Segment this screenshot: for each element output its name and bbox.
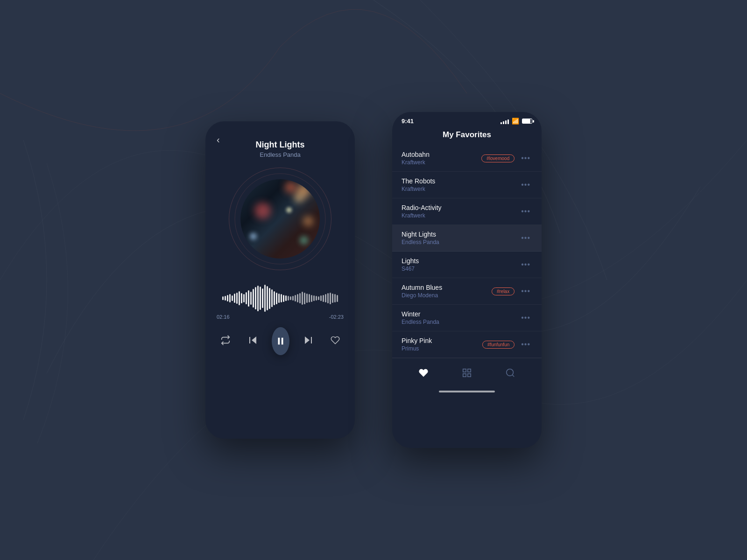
- song-tag-5: #relax: [492, 287, 514, 295]
- wave-bar-14: [255, 287, 256, 309]
- wave-bar-10: [246, 292, 247, 304]
- wave-bar-18: [264, 285, 266, 312]
- wave-bar-47: [332, 294, 333, 303]
- song-item-0[interactable]: AutobahnKraftwerk#lovemood•••: [392, 145, 542, 172]
- song-artist-0: Kraftwerk: [402, 159, 481, 166]
- time-row: 02:16 -02:23: [217, 314, 344, 320]
- track-title: Night Lights: [256, 140, 305, 150]
- wave-bar-1: [225, 296, 226, 301]
- battery-icon: [522, 119, 532, 124]
- wave-bar-21: [271, 289, 273, 307]
- song-name-6: Winter: [402, 310, 519, 318]
- wave-bar-25: [281, 294, 282, 302]
- svg-marker-4: [305, 336, 310, 344]
- favorites-phone: 9:41 📶 My Favorites AutobahnKraftwerk#lo…: [392, 112, 542, 448]
- more-button-1[interactable]: •••: [519, 179, 532, 191]
- svg-rect-9: [468, 374, 471, 377]
- wave-bar-22: [274, 291, 275, 305]
- wave-bar-20: [269, 288, 270, 309]
- wave-bar-2: [227, 295, 228, 301]
- bokeh-6: [303, 217, 313, 226]
- next-button[interactable]: [299, 331, 317, 352]
- wave-bar-29: [290, 296, 291, 300]
- svg-rect-3: [282, 338, 283, 345]
- wave-bar-49: [337, 295, 338, 302]
- song-item-2[interactable]: Radio-ActivityKraftwerk•••: [392, 198, 542, 225]
- song-artist-4: S467: [402, 266, 519, 272]
- status-icons: 📶: [500, 118, 532, 125]
- song-name-1: The Robots: [402, 177, 519, 185]
- repeat-button[interactable]: [217, 331, 234, 351]
- wave-bar-9: [243, 294, 245, 302]
- song-artist-1: Kraftwerk: [402, 186, 519, 192]
- more-button-4[interactable]: •••: [519, 259, 532, 271]
- bokeh-4: [250, 233, 257, 240]
- song-name-3: Night Lights: [402, 231, 519, 238]
- phones-container: ‹ Night Lights Endless Panda: [205, 112, 542, 448]
- song-artist-5: Diego Modena: [402, 292, 492, 299]
- song-artist-7: Primus: [402, 345, 482, 352]
- nav-browse-button[interactable]: [459, 365, 475, 383]
- wave-bar-26: [283, 295, 284, 302]
- more-button-0[interactable]: •••: [519, 152, 532, 164]
- bottom-nav: [392, 358, 542, 388]
- nav-favorites-button[interactable]: [416, 365, 431, 383]
- song-item-1[interactable]: The RobotsKraftwerk•••: [392, 172, 542, 198]
- signal-icon: [500, 119, 509, 124]
- song-item-5[interactable]: Autumn BluesDiego Modena#relax•••: [392, 278, 542, 305]
- wave-bar-42: [320, 295, 322, 301]
- song-name-2: Radio-Activity: [402, 204, 519, 211]
- svg-point-10: [507, 369, 514, 376]
- track-artist: Endless Panda: [256, 151, 305, 158]
- bokeh-3: [285, 182, 296, 193]
- wave-bar-4: [232, 295, 233, 301]
- album-art-container: [229, 168, 331, 270]
- wave-bar-43: [323, 295, 324, 302]
- wave-bar-33: [299, 293, 301, 303]
- wave-bar-30: [292, 296, 294, 301]
- wave-bar-15: [257, 286, 259, 311]
- more-button-2[interactable]: •••: [519, 205, 532, 217]
- more-button-7[interactable]: •••: [519, 338, 532, 350]
- nav-search-button[interactable]: [502, 365, 518, 383]
- song-info-1: The RobotsKraftwerk: [402, 177, 519, 192]
- song-item-6[interactable]: WinterEndless Panda•••: [392, 305, 542, 331]
- wave-bar-36: [306, 294, 308, 303]
- wave-bar-39: [313, 295, 315, 301]
- wave-bar-0: [222, 296, 224, 300]
- song-name-5: Autumn Blues: [402, 284, 492, 291]
- wave-bar-3: [229, 294, 231, 302]
- wave-bar-41: [318, 296, 319, 300]
- wave-bar-6: [236, 293, 238, 304]
- wave-bar-31: [295, 295, 296, 301]
- back-button[interactable]: ‹: [217, 134, 220, 145]
- more-button-6[interactable]: •••: [519, 312, 532, 324]
- song-artist-3: Endless Panda: [402, 239, 519, 245]
- status-bar: 9:41 📶: [392, 112, 542, 128]
- svg-line-11: [513, 375, 514, 377]
- song-item-7[interactable]: Pinky PinkPrimus#funfunfun•••: [392, 331, 542, 358]
- song-name-4: Lights: [402, 257, 519, 265]
- song-name-0: Autobahn: [402, 151, 481, 158]
- song-info-5: Autumn BluesDiego Modena: [402, 284, 492, 299]
- bokeh-2: [294, 193, 303, 203]
- wave-bar-12: [250, 292, 252, 305]
- more-button-3[interactable]: •••: [519, 232, 532, 244]
- prev-button[interactable]: [244, 331, 262, 352]
- wifi-icon: 📶: [512, 118, 519, 125]
- song-info-2: Radio-ActivityKraftwerk: [402, 204, 519, 219]
- bokeh-5: [254, 203, 271, 219]
- heart-button[interactable]: [327, 332, 344, 351]
- wave-bar-44: [325, 294, 326, 302]
- player-title: Night Lights Endless Panda: [256, 140, 305, 158]
- more-button-5[interactable]: •••: [519, 285, 532, 297]
- song-info-3: Night LightsEndless Panda: [402, 231, 519, 245]
- wave-bar-35: [304, 293, 305, 304]
- bokeh-8: [300, 236, 308, 245]
- song-item-4[interactable]: LightsS467•••: [392, 252, 542, 278]
- pause-button[interactable]: [272, 327, 289, 355]
- song-item-3[interactable]: Night LightsEndless Panda•••: [392, 225, 542, 252]
- player-controls: [217, 327, 344, 355]
- wave-bar-5: [234, 294, 235, 303]
- waveform-container[interactable]: [217, 284, 344, 312]
